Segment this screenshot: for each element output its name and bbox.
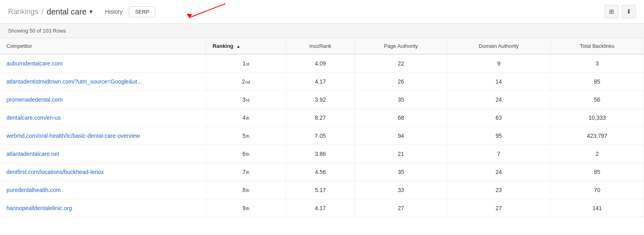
cell-total-backlinks: 70 (551, 181, 644, 199)
cell-ranking: 8th (206, 181, 286, 199)
cell-mozrank: 4.56 (286, 163, 355, 181)
showing-rows-text: Showing 50 of 103 Rows (8, 28, 66, 34)
competitor-link[interactable]: atlantadentistmidtown.com/?utm_source=Go… (6, 78, 142, 85)
rank-sup: th (246, 170, 249, 175)
cell-competitor: dentfirst.com/locations/buckhead-lenox (0, 163, 206, 181)
cell-page-authority: 35 (355, 163, 447, 181)
cell-page-authority: 21 (355, 145, 447, 163)
columns-button[interactable]: ⊞ (605, 5, 619, 18)
cell-mozrank: 7.05 (286, 127, 355, 145)
rankings-table: Competitor Ranking ▲ mozRank Page Author… (0, 38, 644, 217)
competitor-link[interactable]: puredentalhealth.com (6, 187, 61, 193)
rank-sup: rd (246, 98, 250, 102)
col-total-backlinks: Total Backlinks (551, 38, 644, 54)
rank-sup: st (246, 62, 250, 66)
cell-domain-authority: 24 (447, 163, 551, 181)
history-button[interactable]: History (102, 6, 126, 17)
cell-ranking: 1st (206, 54, 286, 73)
cell-domain-authority: 7 (447, 145, 551, 163)
cell-total-backlinks: 85 (551, 163, 644, 181)
rank-value: 2nd (242, 78, 250, 85)
competitor-link[interactable]: dentfirst.com/locations/buckhead-lenox (6, 169, 104, 175)
cell-competitor: atlantadentalcare.net (0, 145, 206, 163)
cell-ranking: 5th (206, 127, 286, 145)
breadcrumb: Rankings / dental care ▼ (8, 7, 94, 16)
cell-competitor: puredentalhealth.com (0, 181, 206, 199)
table-row: webmd.com/oral-health/tc/basic-dental-ca… (0, 127, 644, 145)
competitor-link[interactable]: auburndentalcare.com (6, 60, 62, 67)
table-row: atlantadentalcare.net6th3.862172 (0, 145, 644, 163)
col-domain-authority: Domain Authority (447, 38, 551, 54)
table-row: auburndentalcare.com1st4.092293 (0, 54, 644, 73)
rank-value: 9th (242, 205, 249, 211)
table-row: dentalcare.com/en-us4th8.27686310,333 (0, 109, 644, 127)
rank-value: 7th (242, 169, 249, 175)
serp-button[interactable]: SERP (129, 6, 155, 17)
cell-mozrank: 5.17 (286, 181, 355, 199)
rank-value: 3rd (242, 96, 250, 103)
cell-mozrank: 8.27 (286, 109, 355, 127)
cell-competitor: webmd.com/oral-health/tc/basic-dental-ca… (0, 127, 206, 145)
cell-page-authority: 22 (355, 54, 447, 73)
cell-domain-authority: 63 (447, 109, 551, 127)
table-header: Competitor Ranking ▲ mozRank Page Author… (0, 38, 644, 54)
table-row: promenadedental.com3rd3.92352456 (0, 91, 644, 109)
sort-icon: ▲ (236, 44, 240, 49)
cell-competitor: dentalcare.com/en-us (0, 109, 206, 127)
cell-competitor: auburndentalcare.com (0, 54, 206, 73)
cell-domain-authority: 95 (447, 127, 551, 145)
page-header: Rankings / dental care ▼ History SERP ⊞ … (0, 0, 644, 24)
cell-domain-authority: 23 (447, 181, 551, 199)
table-body: auburndentalcare.com1st4.092293atlantade… (0, 54, 644, 217)
cell-page-authority: 68 (355, 109, 447, 127)
cell-ranking: 3rd (206, 91, 286, 109)
cell-total-backlinks: 141 (551, 199, 644, 217)
svg-line-0 (189, 4, 225, 18)
cell-total-backlinks: 10,333 (551, 109, 644, 127)
keyword-dropdown-arrow[interactable]: ▼ (88, 8, 94, 15)
col-page-authority: Page Authority (355, 38, 447, 54)
rank-sup: th (246, 152, 249, 157)
col-ranking[interactable]: Ranking ▲ (206, 38, 286, 54)
rank-sup: th (246, 188, 249, 193)
cell-mozrank: 3.86 (286, 145, 355, 163)
rank-value: 4th (242, 114, 249, 121)
cell-mozrank: 4.09 (286, 54, 355, 73)
competitor-link[interactable]: atlantadentalcare.net (6, 151, 59, 157)
cell-domain-authority: 9 (447, 54, 551, 73)
cell-page-authority: 94 (355, 127, 447, 145)
cell-page-authority: 33 (355, 181, 447, 199)
table-header-row: Competitor Ranking ▲ mozRank Page Author… (0, 38, 644, 54)
competitor-link[interactable]: hannopealldentalelinic.org (6, 205, 72, 211)
cell-total-backlinks: 2 (551, 145, 644, 163)
rank-value: 6th (242, 151, 249, 157)
col-mozrank: mozRank (286, 38, 355, 54)
competitor-link[interactable]: dentalcare.com/en-us (6, 114, 61, 121)
cell-page-authority: 27 (355, 199, 447, 217)
cell-ranking: 2nd (206, 73, 286, 91)
cell-competitor: promenadedental.com (0, 91, 206, 109)
cell-total-backlinks: 85 (551, 73, 644, 91)
cell-domain-authority: 27 (447, 199, 551, 217)
arrow-annotation (185, 2, 233, 24)
header-actions: ⊞ ⬇ (605, 5, 636, 18)
rank-sup: th (246, 116, 249, 121)
rankings-label: Rankings (8, 8, 38, 16)
rank-value: 8th (242, 187, 249, 193)
cell-page-authority: 26 (355, 73, 447, 91)
cell-total-backlinks: 56 (551, 91, 644, 109)
rank-sup: th (246, 206, 249, 211)
cell-ranking: 4th (206, 109, 286, 127)
download-icon: ⬇ (626, 8, 632, 15)
cell-total-backlinks: 423,797 (551, 127, 644, 145)
table-row: hannopealldentalelinic.org9th4.172727141 (0, 199, 644, 217)
competitor-link[interactable]: promenadedental.com (6, 96, 62, 103)
rank-sup: th (246, 134, 249, 139)
cell-mozrank: 3.92 (286, 91, 355, 109)
cell-domain-authority: 14 (447, 73, 551, 91)
cell-domain-authority: 24 (447, 91, 551, 109)
cell-competitor: atlantadentistmidtown.com/?utm_source=Go… (0, 73, 206, 91)
breadcrumb-separator: / (41, 8, 43, 16)
competitor-link[interactable]: webmd.com/oral-health/tc/basic-dental-ca… (6, 133, 140, 139)
download-button[interactable]: ⬇ (622, 5, 636, 18)
